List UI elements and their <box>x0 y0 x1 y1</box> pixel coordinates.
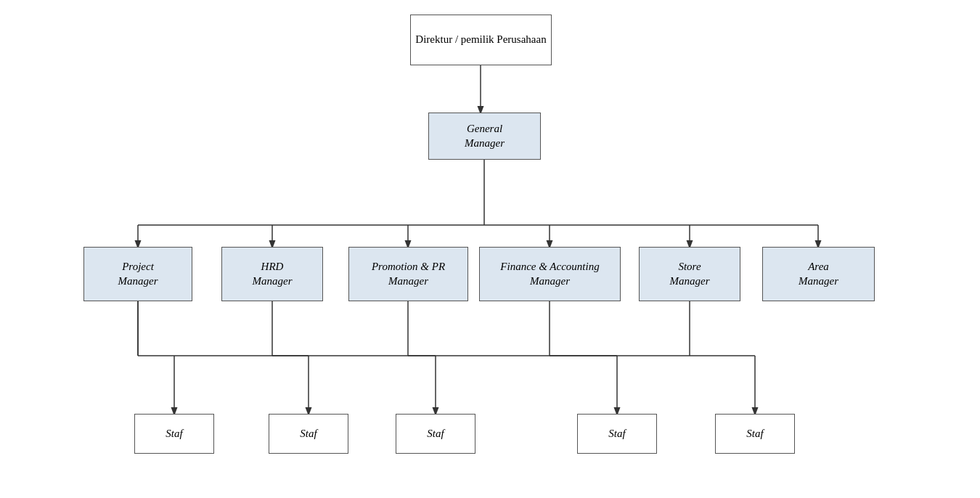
area-manager-label: AreaManager <box>799 260 838 288</box>
store-manager-label: StoreManager <box>670 260 710 288</box>
project-manager-label: ProjectManager <box>118 260 158 288</box>
direktur-node: Direktur / pemilik Perusahaan <box>410 15 552 65</box>
promotion-manager-label: Promotion & PRManager <box>372 260 445 288</box>
general-manager-node: GeneralManager <box>428 113 541 160</box>
staf-5-node: Staf <box>715 414 795 454</box>
general-manager-label: GeneralManager <box>465 122 505 150</box>
staf-3-label: Staf <box>427 427 444 441</box>
store-manager-node: StoreManager <box>639 247 740 301</box>
project-manager-node: ProjectManager <box>83 247 192 301</box>
area-manager-node: AreaManager <box>762 247 875 301</box>
staf-4-label: Staf <box>608 427 625 441</box>
hrd-manager-label: HRDManager <box>253 260 293 288</box>
promotion-manager-node: Promotion & PRManager <box>348 247 468 301</box>
staf-2-label: Staf <box>300 427 317 441</box>
finance-manager-node: Finance & AccountingManager <box>479 247 621 301</box>
direktur-label: Direktur / pemilik Perusahaan <box>415 33 546 47</box>
staf-4-node: Staf <box>577 414 657 454</box>
staf-1-label: Staf <box>166 427 182 441</box>
org-chart: Direktur / pemilik Perusahaan GeneralMan… <box>0 0 980 498</box>
staf-1-node: Staf <box>134 414 214 454</box>
finance-manager-label: Finance & AccountingManager <box>500 260 599 288</box>
staf-2-node: Staf <box>269 414 348 454</box>
staf-3-node: Staf <box>396 414 475 454</box>
hrd-manager-node: HRDManager <box>221 247 323 301</box>
staf-5-label: Staf <box>746 427 763 441</box>
